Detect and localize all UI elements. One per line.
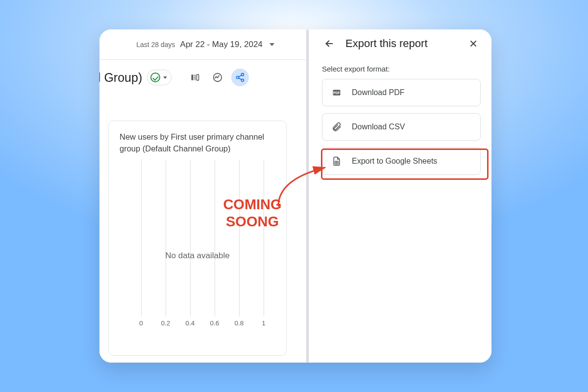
gridline [190, 160, 191, 317]
svg-point-5 [237, 76, 239, 79]
export-option-sheets[interactable]: Export to Google Sheets [322, 147, 481, 175]
svg-text:PDF: PDF [333, 91, 340, 95]
attachment-icon [331, 122, 342, 132]
export-panel-title: Export this report [345, 37, 457, 50]
x-tick: 0.4 [186, 319, 195, 327]
share-icon[interactable] [231, 69, 249, 86]
app-window: Last 28 days Apr 22 - May 19, 2024 ult C… [99, 29, 491, 363]
export-option-label: Export to Google Sheets [352, 157, 437, 166]
x-tick: 0.6 [210, 319, 220, 327]
gridline [141, 160, 142, 317]
back-arrow-icon[interactable] [322, 36, 337, 51]
pane-resize-handle[interactable] [306, 29, 311, 363]
export-option-pdf[interactable]: PDF Download PDF [322, 79, 481, 106]
pdf-icon: PDF [331, 87, 342, 98]
gridline [166, 160, 166, 317]
svg-rect-0 [192, 74, 194, 80]
report-pane: Last 28 days Apr 22 - May 19, 2024 ult C… [99, 29, 311, 363]
chevron-down-icon [163, 76, 167, 79]
export-option-label: Download CSV [352, 122, 405, 131]
x-tick: 0.8 [235, 319, 244, 327]
export-option-label: Download PDF [352, 88, 405, 97]
sheets-icon [331, 156, 342, 167]
export-option-csv[interactable]: Download CSV [322, 113, 481, 141]
gridline [239, 160, 240, 317]
date-range-picker[interactable]: Last 28 days Apr 22 - May 19, 2024 [99, 29, 311, 60]
no-data-label: No data available [120, 251, 275, 261]
svg-rect-1 [195, 74, 196, 80]
chart-area: No data available 0 0.2 0.4 0.6 0.8 1 [120, 160, 275, 329]
x-tick: 0.2 [161, 319, 171, 327]
date-preset-label: Last 28 days [136, 41, 175, 49]
svg-point-6 [242, 79, 244, 81]
chart-card: New users by First user primary channel … [108, 121, 287, 356]
x-tick: 0 [139, 319, 143, 327]
x-tick: 1 [262, 319, 266, 327]
compare-icon[interactable] [186, 69, 204, 86]
svg-point-4 [242, 74, 244, 76]
svg-rect-2 [197, 74, 199, 80]
close-icon[interactable] [466, 36, 481, 51]
status-dropdown[interactable] [147, 70, 172, 85]
chart-card-title: New users by First user primary channel … [120, 131, 275, 155]
gridline [215, 160, 215, 317]
date-range-value: Apr 22 - May 19, 2024 [180, 40, 263, 49]
gridline [264, 160, 264, 317]
chevron-down-icon [270, 43, 274, 46]
export-panel-header: Export this report [322, 29, 481, 58]
export-format-label: Select export format: [322, 65, 481, 73]
report-title-row: ult Channel Group) [99, 60, 311, 93]
export-panel: Export this report Select export format:… [311, 29, 491, 363]
check-circle-icon [150, 73, 160, 82]
insights-icon[interactable] [209, 69, 226, 86]
report-title: ult Channel Group) [99, 71, 142, 85]
